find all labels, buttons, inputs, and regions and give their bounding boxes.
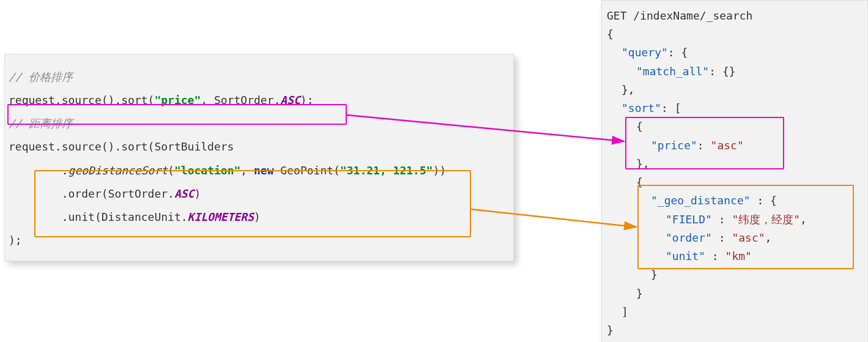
string-literal: "location" xyxy=(174,164,240,177)
java-close-line: ); xyxy=(9,229,510,252)
comment-distance: // 距离排序 xyxy=(9,112,510,135)
code-text: )) xyxy=(433,164,447,177)
json-punct: : [ xyxy=(661,102,681,114)
json-key: "sort" xyxy=(621,102,661,114)
enum-literal: ASC xyxy=(174,187,195,200)
json-value: "asc" xyxy=(732,231,765,244)
json-sort-line: "sort": [ xyxy=(607,99,864,117)
json-punct: : xyxy=(705,250,725,262)
json-value: "asc" xyxy=(711,139,744,152)
code-text: .order(SortOrder. xyxy=(9,187,174,200)
keyword: new xyxy=(254,164,274,177)
code-text: ); xyxy=(300,94,314,106)
json-punct: : xyxy=(697,139,711,152)
json-punct: : xyxy=(712,231,732,244)
java-sort-price-line: request.source().sort("price", SortOrder… xyxy=(9,89,510,112)
json-array-close: ] xyxy=(607,303,864,321)
json-key: "FIELD" xyxy=(666,213,712,226)
json-request-panel: GET /indexName/_search { "query": { "mat… xyxy=(601,0,868,342)
json-punct: , xyxy=(765,231,772,244)
json-value: "纬度，经度" xyxy=(732,213,800,226)
method-name: geoDistanceSort xyxy=(69,164,168,177)
json-obj-open: { xyxy=(607,117,864,136)
json-obj-close: }, xyxy=(607,155,864,173)
java-order-line: .order(SortOrder.ASC) xyxy=(9,182,510,206)
code-text: GeoPoint( xyxy=(274,164,340,177)
code-text: ) xyxy=(254,210,261,223)
code-text: , SortOrder. xyxy=(201,94,280,106)
json-punct: , xyxy=(800,213,807,226)
json-punct: : xyxy=(712,213,732,226)
string-literal: "price" xyxy=(154,94,201,106)
code-text: . xyxy=(9,164,69,177)
json-brace-open: { xyxy=(607,25,864,43)
comment-price: // 价格排序 xyxy=(9,65,510,89)
json-order-line: "order" : "asc", xyxy=(607,229,864,247)
json-brace-close: }, xyxy=(607,81,864,99)
code-text: ( xyxy=(168,164,174,177)
json-field-line: "FIELD" : "纬度，经度", xyxy=(607,210,864,229)
string-literal: "31.21, 121.5" xyxy=(340,164,433,177)
code-text: request.source().sort( xyxy=(9,94,154,106)
java-unit-line: .unit(DistanceUnit.KILOMETERS) xyxy=(9,206,510,229)
json-request-line: GET /indexName/_search xyxy=(607,7,864,25)
enum-literal: KILOMETERS xyxy=(188,210,254,223)
json-price-line: "price": "asc" xyxy=(607,136,864,155)
json-punct: : { xyxy=(751,194,777,207)
json-obj-open: { xyxy=(607,173,864,191)
java-geodistance-line: .geoDistanceSort("location", new GeoPoin… xyxy=(9,159,510,182)
json-punct: : { xyxy=(668,46,688,59)
java-code-panel: // 价格排序 request.source().sort("price", S… xyxy=(4,54,514,261)
json-value: "km" xyxy=(725,250,752,262)
code-text: , xyxy=(240,164,254,177)
json-brace-close: } xyxy=(607,321,864,340)
json-query-line: "query": { xyxy=(607,43,864,62)
json-punct: : {} xyxy=(709,65,735,78)
json-geodistance-line: "_geo_distance" : { xyxy=(607,191,864,210)
json-key: "query" xyxy=(621,46,668,59)
json-key: "match_all" xyxy=(636,65,709,78)
json-matchall-line: "match_all": {} xyxy=(607,62,864,81)
json-key: "_geo_distance" xyxy=(651,194,751,207)
code-text: .unit(DistanceUnit. xyxy=(9,210,188,223)
json-key: "unit" xyxy=(666,250,705,262)
json-obj-close: } xyxy=(607,266,864,284)
code-text: ) xyxy=(194,187,201,200)
json-key: "order" xyxy=(666,231,712,244)
json-unit-line: "unit" : "km" xyxy=(607,247,864,266)
json-obj-close: } xyxy=(607,284,864,303)
java-sort-builders-line: request.source().sort(SortBuilders xyxy=(9,135,510,158)
json-key: "price" xyxy=(651,139,697,152)
enum-literal: ASC xyxy=(280,94,300,106)
